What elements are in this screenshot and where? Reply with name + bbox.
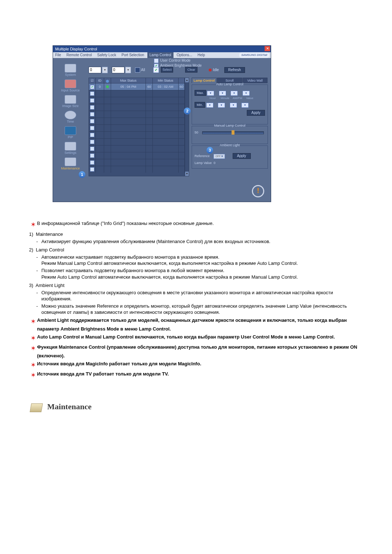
row-id: 0 <box>96 83 104 90</box>
callout-3: 3 <box>206 147 213 154</box>
ampm-select[interactable]: ▾ <box>230 91 238 96</box>
row-check[interactable] <box>89 90 96 97</box>
status-idle: Idle <box>209 68 219 72</box>
apply-button[interactable]: Apply <box>247 110 265 116</box>
note-b4: Источник ввода для MagicInfo работает то… <box>37 361 201 366</box>
table-row <box>89 145 185 152</box>
sidebar-item-time[interactable]: Time <box>54 111 86 123</box>
select-button[interactable]: Select <box>161 67 173 73</box>
lamp-value: 0 <box>213 161 215 165</box>
sidebar-item-system[interactable]: System <box>54 64 86 77</box>
ampm-label: AM/PM <box>232 97 242 100</box>
row-check[interactable] <box>89 152 96 159</box>
gear-icon <box>65 142 76 151</box>
table-row[interactable]: 0 05 : 04 PM 60 03 : 02 AM 60 <box>89 83 185 90</box>
note-1a: Активизирует функцию управления обслужив… <box>41 238 270 245</box>
table-row <box>89 118 185 124</box>
image-size-icon <box>65 95 76 104</box>
row-check[interactable] <box>89 132 96 138</box>
refresh-button[interactable]: Refresh <box>224 67 245 73</box>
menu-options[interactable]: Options... <box>175 52 195 58</box>
clock-icon <box>65 111 76 119</box>
alert-icon: ! <box>252 185 264 197</box>
menu-lamp[interactable]: Lamp Control <box>147 52 173 58</box>
ampm-select[interactable]: ▾ <box>230 103 237 108</box>
table-row <box>89 97 185 104</box>
scroll-down-icon[interactable]: ▾ <box>185 172 189 176</box>
right-panel: Lamp Control Scroll Video Wall Auto Lamp… <box>192 78 268 169</box>
checkbox-icon[interactable] <box>154 58 159 63</box>
system-icon <box>65 64 76 73</box>
menu-help[interactable]: Help <box>195 52 207 58</box>
sidebar-item-input-source[interactable]: Input Source <box>54 79 86 92</box>
row-check[interactable] <box>89 159 96 166</box>
col-id: ID <box>96 78 104 83</box>
table-row <box>89 138 185 145</box>
note-b1: Ambient Light поддерживается только для … <box>37 317 347 332</box>
hour-label: Hour <box>208 97 218 100</box>
manual-lamp-fieldset: Manual Lamp Control 50 <box>192 126 268 144</box>
all-checkbox[interactable] <box>135 67 140 73</box>
scrollbar[interactable]: ▴ ▾ <box>185 78 189 176</box>
table-row <box>89 159 185 166</box>
status-dot-icon <box>106 85 109 88</box>
lamp-slider[interactable] <box>202 131 264 134</box>
app-window: Multiple Display Control ✕ File Remote C… <box>53 45 271 202</box>
row-check[interactable] <box>89 118 96 124</box>
value-select[interactable]: ▾ <box>241 103 249 108</box>
notes-section: ✶В информационной таблице ("Info Grid") … <box>29 220 363 379</box>
note-3-title: Ambient Light <box>36 283 65 288</box>
col-status <box>104 78 111 83</box>
slider-value: 50 <box>195 131 201 134</box>
select-check-icon[interactable]: ✔ <box>153 67 159 73</box>
sidebar-item-maintenance[interactable]: Maintenance <box>54 157 86 170</box>
id-from-input[interactable]: 0 <box>89 67 101 73</box>
minute-select[interactable]: ▾ <box>218 103 225 108</box>
input-source-icon <box>65 79 76 88</box>
row-check[interactable] <box>89 166 96 173</box>
table-row <box>89 152 185 159</box>
row-min: 03 : 02 AM <box>153 83 179 90</box>
table-row <box>89 104 185 111</box>
row-check[interactable] <box>89 104 96 111</box>
menu-safety[interactable]: Safety Lock <box>95 52 118 58</box>
col-check[interactable]: ☑ <box>89 78 96 83</box>
close-icon[interactable]: ✕ <box>265 46 270 51</box>
menu-file[interactable]: File <box>53 52 63 58</box>
sidebar-item-settings[interactable]: Settings <box>54 142 86 155</box>
row-check[interactable] <box>89 97 96 104</box>
sidebar-item-pip[interactable]: PIP <box>54 126 86 139</box>
menu-remote[interactable]: Remote Control <box>64 52 94 58</box>
clear-button[interactable]: Clear <box>185 67 197 73</box>
row-check[interactable] <box>89 125 96 131</box>
grid-header: ☑ ID Max Status Min Status <box>89 78 185 83</box>
brand-logo: SAMSUNG DIGITall <box>239 52 269 58</box>
star-icon: ✶ <box>29 371 37 379</box>
submenu-user[interactable]: User Control Mode <box>160 58 191 62</box>
slider-thumb[interactable] <box>232 130 234 135</box>
status-dot-icon <box>106 80 109 83</box>
row-check[interactable] <box>89 145 96 152</box>
chevron-down-icon[interactable]: ▾ <box>125 67 131 73</box>
menu-port[interactable]: Port Selection <box>119 52 146 58</box>
chevron-down-icon[interactable]: ▾ <box>102 67 108 73</box>
apply-button[interactable]: Apply <box>233 153 251 159</box>
minute-select[interactable]: ▾ <box>219 91 226 96</box>
sidebar-item-image-size[interactable]: Image Size <box>54 95 86 108</box>
hour-select[interactable]: ▾ <box>207 91 214 96</box>
id-to-input[interactable]: 0 <box>112 67 124 73</box>
row-check[interactable] <box>89 111 96 118</box>
toolbar: 0▾ 0▾ All ✔ Select Clear Idle Refresh <box>89 67 268 74</box>
row-check[interactable] <box>89 139 96 145</box>
row-check[interactable] <box>89 83 96 90</box>
note-1-title: Maintenance <box>36 231 63 237</box>
min-button[interactable]: Min. <box>195 102 205 108</box>
hour-select[interactable]: ▾ <box>206 103 213 108</box>
auto-lamp-fieldset: Auto Lamp Control Max. ▾ ▾ ▾ ▾ HourMinut… <box>192 85 268 124</box>
value-select[interactable]: ▾ <box>242 91 250 96</box>
scroll-up-icon[interactable]: ▴ <box>185 78 189 82</box>
titlebar: Multiple Display Control ✕ <box>53 46 271 52</box>
table-row <box>89 90 185 97</box>
reference-select[interactable]: OFF ▾ <box>213 154 225 159</box>
max-button[interactable]: Max. <box>195 90 206 96</box>
